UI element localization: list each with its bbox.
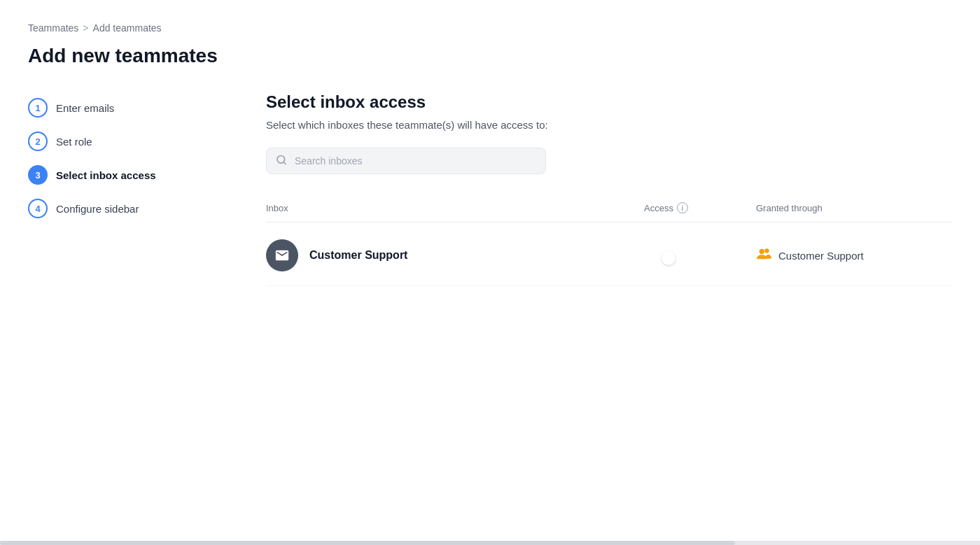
svg-point-2 xyxy=(760,248,764,253)
search-icon xyxy=(276,155,287,168)
step-4-label: Configure sidebar xyxy=(56,203,139,215)
step-1[interactable]: 1 Enter emails xyxy=(28,98,224,118)
step-2[interactable]: 2 Set role xyxy=(28,132,224,151)
table-header: Inbox Access i Granted through xyxy=(266,197,952,222)
step-1-label: Enter emails xyxy=(56,102,114,114)
step-3[interactable]: 3 Select inbox access xyxy=(28,165,224,185)
col-inbox: Inbox xyxy=(266,202,644,213)
col-access: Access i xyxy=(644,202,756,213)
team-icon xyxy=(756,248,771,264)
step-3-circle: 3 xyxy=(28,165,48,185)
step-4-circle: 4 xyxy=(28,199,48,218)
breadcrumb-current: Add teammates xyxy=(93,22,162,34)
breadcrumb-separator: > xyxy=(83,22,88,34)
step-4[interactable]: 4 Configure sidebar xyxy=(28,199,224,218)
breadcrumb: Teammates > Add teammates xyxy=(28,22,952,34)
inbox-avatar xyxy=(266,239,298,271)
granted-through-name: Customer Support xyxy=(778,250,864,262)
table-row: Customer Support xyxy=(266,225,952,286)
inbox-cell: Customer Support xyxy=(266,239,644,271)
inbox-table: Inbox Access i Granted through xyxy=(266,197,952,286)
svg-line-1 xyxy=(284,162,286,164)
access-cell xyxy=(644,249,756,262)
toggle-thumb xyxy=(662,251,676,265)
progress-bar-container xyxy=(0,541,980,545)
step-2-circle: 2 xyxy=(28,132,48,151)
svg-point-3 xyxy=(764,248,769,253)
page-title: Add new teammates xyxy=(28,45,952,67)
stepper: 1 Enter emails 2 Set role 3 Select inbox… xyxy=(28,92,224,286)
access-info-icon[interactable]: i xyxy=(677,202,688,213)
search-input[interactable] xyxy=(266,148,546,174)
step-1-circle: 1 xyxy=(28,98,48,118)
section-title: Select inbox access xyxy=(266,92,952,112)
step-3-label: Select inbox access xyxy=(56,169,156,181)
granted-cell: Customer Support xyxy=(756,248,952,264)
main-content: Select inbox access Select which inboxes… xyxy=(224,92,952,286)
col-granted-through: Granted through xyxy=(756,202,952,213)
section-subtitle: Select which inboxes these teammate(s) w… xyxy=(266,119,952,131)
progress-bar-fill xyxy=(0,541,735,545)
breadcrumb-parent[interactable]: Teammates xyxy=(28,22,78,34)
step-2-label: Set role xyxy=(56,136,92,148)
search-container xyxy=(266,148,546,174)
inbox-name: Customer Support xyxy=(309,249,407,262)
